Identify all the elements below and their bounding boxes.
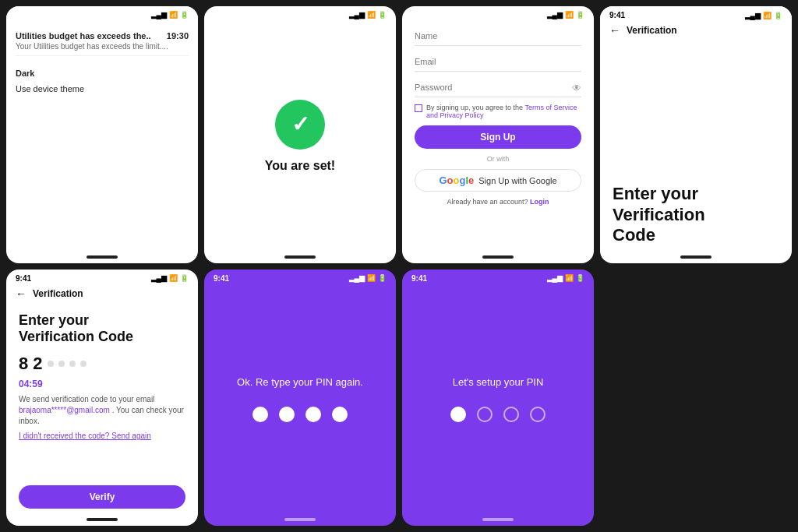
signal-icon-7: ▂▄▆ (547, 274, 563, 282)
success-message: You are set! (265, 159, 335, 173)
status-bar-3: ▂▄▆ 📶 🔋 (402, 6, 594, 20)
back-button-5[interactable]: ← (16, 287, 26, 300)
code-dot-2 (58, 361, 65, 367)
code-display: 8 2 (19, 354, 185, 374)
pin-prompt-6: Ok. Re type your PIN again. (237, 376, 363, 388)
theme-dark[interactable]: Dark (16, 65, 189, 81)
checkmark-icon: ✓ (291, 111, 309, 137)
home-indicator-1 (87, 255, 118, 259)
home-indicator-2 (284, 255, 316, 259)
pin-dot-7-1 (450, 407, 466, 422)
status-icons-7: ▂▄▆ 📶 🔋 (547, 274, 584, 282)
signal-icon-4: ▂▄▆ (745, 12, 761, 19)
home-indicator-4 (680, 255, 711, 259)
signal-icon-5: ▂▄▆ (151, 274, 167, 282)
screen-pin-retype: 9:41 ▂▄▆ 📶 🔋 Ok. Re type your PIN again. (204, 270, 396, 527)
pin-dots-6 (252, 407, 348, 422)
status-icons-4: ▂▄▆ 📶 🔋 (745, 12, 782, 19)
wifi-icon-3: 📶 (565, 11, 574, 19)
pin-dot-6-3 (305, 407, 321, 422)
status-bar-4: 9:41 ▂▄▆ 📶 🔋 (600, 6, 792, 21)
notification-item: Utilities budget has exceeds the.. 19:30… (16, 26, 189, 56)
pin-dot-7-4 (530, 407, 546, 422)
back-button-4[interactable]: ← (609, 24, 620, 37)
battery-icon-7: 🔋 (576, 274, 584, 282)
status-bar-6: 9:41 ▂▄▆ 📶 🔋 (204, 270, 396, 284)
code-description: We send verification code to your email … (19, 394, 185, 427)
pin-dot-7-3 (503, 407, 519, 422)
signal-icon-3: ▂▄▆ (547, 11, 563, 19)
status-time-6: 9:41 (214, 274, 229, 283)
terms-checkbox[interactable] (415, 104, 422, 112)
pin-dot-6-4 (332, 407, 348, 422)
password-input[interactable] (415, 78, 581, 97)
verify-button[interactable]: Verify (19, 485, 185, 509)
signup-button[interactable]: Sign Up (415, 125, 581, 149)
pin-dot-6-2 (279, 407, 295, 422)
battery-icon-6: 🔋 (378, 274, 387, 282)
status-bar-2: ▂▄▆ 📶 🔋 (204, 6, 396, 20)
eye-icon[interactable]: 👁 (572, 83, 581, 93)
status-time-7: 9:41 (411, 274, 427, 283)
screen7-content: Let's setup your PIN (402, 284, 594, 516)
home-indicator-6 (284, 518, 316, 521)
code-digit-2: 2 (33, 354, 42, 374)
google-signup-button[interactable]: Google Sign Up with Google (415, 169, 581, 192)
wifi-icon-7: 📶 (565, 274, 574, 282)
home-indicator-3 (482, 255, 514, 259)
screen2-content: ✓ You are set! (204, 20, 396, 252)
terms-link[interactable]: Terms of Service and Privacy Policy (426, 104, 577, 119)
name-input[interactable] (415, 26, 581, 46)
screen-pin-setup: 9:41 ▂▄▆ 📶 🔋 Let's setup your PIN (402, 270, 594, 527)
wifi-icon-2: 📶 (367, 11, 376, 19)
code-digit-1: 8 (19, 354, 28, 374)
status-bar-1: ▂▄▆ 📶 🔋 (6, 6, 198, 20)
battery-icon-1: 🔋 (180, 11, 189, 19)
status-icons-2: ▂▄▆ 📶 🔋 (349, 11, 387, 19)
screen1-content: Utilities budget has exceeds the.. 19:30… (6, 20, 198, 252)
pin-dot-7-2 (477, 407, 493, 422)
verification-heading: Enter your Verification Code (613, 184, 779, 245)
pin-dot-6-1 (252, 407, 268, 422)
header-title-5: Verification (33, 288, 83, 299)
header-title-4: Verification (627, 25, 677, 36)
screen-verification-empty: 9:41 ▂▄▆ 📶 🔋 ← Verification Enter your V… (600, 6, 792, 263)
status-bar-5: 9:41 ▂▄▆ 📶 🔋 (6, 270, 198, 284)
signal-icon-2: ▂▄▆ (349, 11, 365, 19)
terms-text: By signing up, you agree to the Terms of… (426, 104, 581, 119)
screen5-header: ← Verification (6, 284, 198, 306)
screen6-content: Ok. Re type your PIN again. (204, 284, 396, 516)
notif-title: Utilities budget has exceeds the.. 19:30 (16, 31, 189, 41)
code-dot-4 (80, 361, 87, 367)
email-input[interactable] (415, 52, 581, 72)
notif-body: Your Utilities budget has exceeds the li… (16, 42, 189, 51)
wifi-icon-6: 📶 (367, 274, 376, 282)
battery-icon-3: 🔋 (576, 11, 584, 19)
code-email: brajaoma*****@gmail.com (19, 406, 110, 414)
google-button-label: Sign Up with Google (478, 176, 556, 185)
wifi-icon-1: 📶 (169, 11, 178, 19)
screen-verification-code: 9:41 ▂▄▆ 📶 🔋 ← Verification Enter yourVe… (6, 270, 198, 527)
status-bar-7: 9:41 ▂▄▆ 📶 🔋 (402, 270, 594, 284)
theme-device[interactable]: Use device theme (16, 81, 189, 97)
email-field-row (415, 52, 581, 72)
countdown-timer: 04:59 (19, 379, 185, 389)
resend-link[interactable]: I didn't received the code? Send again (19, 432, 185, 440)
terms-row: By signing up, you agree to the Terms of… (415, 104, 581, 119)
battery-icon-4: 🔋 (774, 12, 782, 19)
wifi-icon-4: 📶 (763, 12, 772, 19)
code-heading: Enter yourVerification Code (19, 312, 185, 346)
signal-icon-1: ▂▄▆ (151, 11, 167, 19)
theme-section: Dark Use device theme (16, 65, 189, 97)
screen-notification: ▂▄▆ 📶 🔋 Utilities budget has exceeds the… (6, 6, 198, 263)
code-dot-3 (69, 361, 76, 367)
status-icons-3: ▂▄▆ 📶 🔋 (547, 11, 584, 19)
password-field-row: 👁 (415, 78, 581, 97)
login-link[interactable]: Login (530, 198, 549, 206)
success-circle: ✓ (275, 100, 325, 150)
wifi-icon-5: 📶 (169, 274, 178, 282)
name-field-row (415, 26, 581, 46)
screen5-content: Enter yourVerification Code 8 2 04:59 We… (6, 306, 198, 516)
screen4-content: Enter your Verification Code (600, 43, 792, 252)
status-icons-6: ▂▄▆ 📶 🔋 (349, 274, 387, 282)
